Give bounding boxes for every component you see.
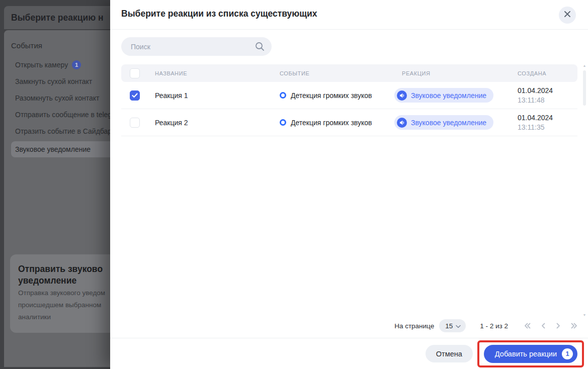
count-badge: 1 bbox=[72, 60, 81, 69]
background-sidebar: События Открыть камеру 1 Замкнуть сухой … bbox=[4, 30, 110, 367]
scrollbar[interactable]: ▲ ▼ bbox=[582, 63, 587, 318]
sidebar-item-label: Звуковое уведомление bbox=[15, 145, 91, 153]
search-field[interactable] bbox=[121, 37, 272, 56]
sidebar-item-label: Разомкнуть сухой контакт bbox=[15, 94, 100, 102]
pagination-last-button[interactable] bbox=[570, 322, 578, 330]
scrollbar-thumb[interactable] bbox=[583, 70, 586, 106]
table-row[interactable]: Реакция 1 Детекция громких звуков Звуков… bbox=[121, 82, 577, 109]
selected-count-badge: 1 bbox=[562, 348, 573, 359]
add-reactions-label: Добавить реакции bbox=[495, 350, 557, 358]
pagination-prev-button[interactable] bbox=[540, 322, 547, 330]
table-header-row: НАЗВАНИЕ СОБЫТИЕ РЕАКЦИЯ СОЗДАНА bbox=[121, 64, 577, 82]
column-header-event: СОБЫТИЕ bbox=[280, 70, 394, 76]
sidebar-item-open-camera: Открыть камеру 1 bbox=[4, 56, 110, 73]
annotation-highlight: Добавить реакции 1 bbox=[477, 340, 584, 367]
pagination-bar: На странице 15 1 - 2 из 2 bbox=[394, 318, 578, 333]
created-date: 01.04.2024 bbox=[518, 114, 577, 122]
card-description-line: Отправка звукового уведом bbox=[18, 288, 110, 299]
per-page-label: На странице bbox=[394, 322, 434, 330]
event-label: Детекция громких звуков bbox=[291, 119, 372, 127]
chevron-down-icon bbox=[456, 322, 461, 330]
close-button[interactable] bbox=[559, 7, 576, 24]
sidebar-item-label: Замкнуть сухой контакт bbox=[15, 77, 92, 85]
sidebar-item-sidebar-event: Отразить событие в Сайдбаре bbox=[4, 123, 110, 139]
background-page-title: Выберите реакцию н bbox=[11, 13, 104, 23]
cancel-button[interactable]: Отмена bbox=[426, 345, 473, 362]
sidebar-menu: Открыть камеру 1 Замкнуть сухой контакт … bbox=[4, 56, 110, 157]
column-header-created: СОЗДАНА bbox=[518, 70, 577, 76]
card-title-line1: Отправить звуково bbox=[18, 263, 110, 275]
modal-title: Выберите реакции из списка существующих bbox=[121, 9, 317, 19]
select-all-checkbox[interactable] bbox=[130, 68, 140, 78]
reaction-badge-label: Звуковое уведомление bbox=[411, 119, 486, 127]
reaction-name: Реакция 1 bbox=[155, 91, 280, 100]
description-card: Отправить звуково уведомление Отправка з… bbox=[10, 254, 110, 333]
sound-notification-icon bbox=[397, 90, 407, 101]
card-description-line: происшедшем выбранном bbox=[18, 300, 110, 311]
per-page-select[interactable]: 15 bbox=[439, 319, 466, 332]
sound-notification-icon bbox=[397, 118, 407, 128]
event-label: Детекция громких звуков bbox=[291, 91, 372, 100]
card-description-line: аналитики bbox=[18, 312, 110, 323]
background-modal-header: Выберите реакцию н bbox=[4, 6, 110, 29]
scroll-up-icon[interactable]: ▲ bbox=[582, 63, 587, 68]
sidebar-item-label: Отразить событие в Сайдбаре bbox=[15, 127, 110, 135]
background-page: Выберите реакцию н События Открыть камер… bbox=[0, 0, 110, 369]
sidebar-item-label: Открыть камеру bbox=[15, 61, 68, 69]
created-time: 13:11:35 bbox=[518, 123, 577, 131]
sidebar-item-close-dry-contact: Замкнуть сухой контакт bbox=[4, 73, 110, 89]
reaction-name: Реакция 2 bbox=[155, 119, 280, 127]
sidebar-item-open-dry-contact: Разомкнуть сухой контакт bbox=[4, 89, 110, 106]
search-input[interactable] bbox=[121, 37, 272, 56]
pagination-range: 1 - 2 из 2 bbox=[480, 322, 508, 330]
table-row[interactable]: Реакция 2 Детекция громких звуков Звуков… bbox=[121, 109, 577, 136]
sidebar-item-telegram-message: Отправить сообщение в telegra bbox=[4, 106, 110, 123]
column-header-name: НАЗВАНИЕ bbox=[155, 70, 280, 76]
created-date: 01.04.2024 bbox=[518, 86, 577, 95]
per-page-value: 15 bbox=[445, 322, 453, 330]
pagination-first-button[interactable] bbox=[523, 322, 532, 330]
row-checkbox[interactable] bbox=[130, 118, 140, 128]
row-checkbox[interactable] bbox=[130, 90, 140, 101]
pagination-nav bbox=[523, 322, 578, 330]
event-icon bbox=[280, 92, 286, 99]
reactions-table: НАЗВАНИЕ СОБЫТИЕ РЕАКЦИЯ СОЗДАНА Реакция… bbox=[121, 64, 577, 136]
event-icon bbox=[280, 119, 286, 126]
reaction-badge: Звуковое уведомление bbox=[394, 115, 493, 130]
column-header-reaction: РЕАКЦИЯ bbox=[394, 70, 518, 76]
pagination-next-button[interactable] bbox=[555, 322, 562, 330]
search-icon bbox=[255, 41, 265, 54]
sidebar-section-title: События bbox=[11, 41, 42, 50]
card-title: Отправить звуково уведомление bbox=[18, 263, 110, 287]
modal-footer: Отмена Добавить реакции 1 bbox=[110, 338, 588, 369]
card-title-line2: уведомление bbox=[18, 275, 110, 287]
close-icon bbox=[564, 11, 571, 20]
scroll-down-icon[interactable]: ▼ bbox=[582, 313, 587, 318]
sidebar-item-label: Отправить сообщение в telegra bbox=[15, 111, 110, 119]
reaction-badge-label: Звуковое уведомление bbox=[411, 91, 486, 100]
reaction-badge: Звуковое уведомление bbox=[394, 88, 493, 103]
sidebar-item-sound-notification: Звуковое уведомление bbox=[11, 141, 110, 157]
select-reactions-modal: Выберите реакции из списка существующих … bbox=[110, 0, 588, 369]
header-divider bbox=[110, 29, 588, 30]
created-time: 13:11:48 bbox=[518, 96, 577, 104]
add-reactions-button[interactable]: Добавить реакции 1 bbox=[484, 345, 577, 363]
